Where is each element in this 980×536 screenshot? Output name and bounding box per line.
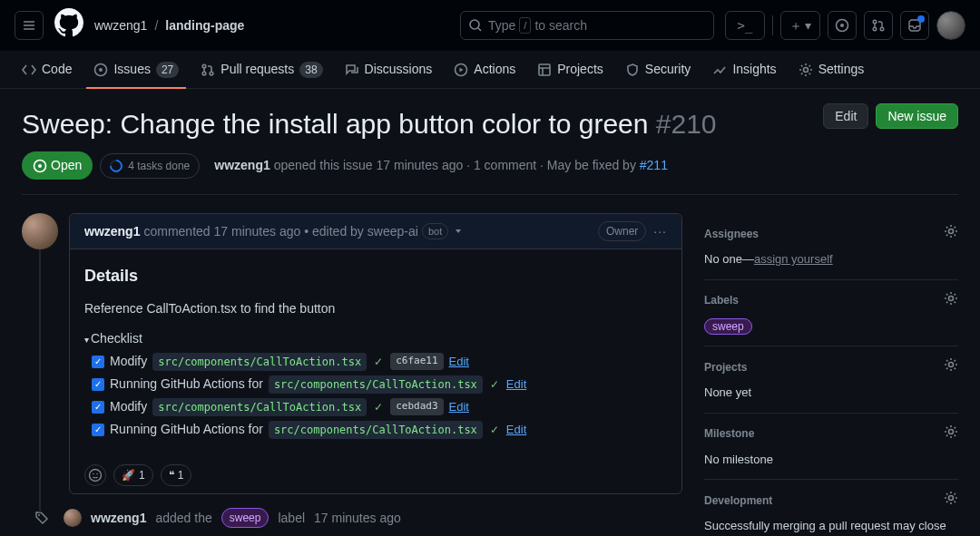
svg-point-16 bbox=[90, 470, 102, 482]
github-logo[interactable] bbox=[54, 8, 83, 43]
maybe-fixed-text: May be fixed by bbox=[547, 158, 636, 172]
development-gear-button[interactable] bbox=[944, 491, 958, 510]
pull-requests-quick-button[interactable] bbox=[864, 11, 893, 40]
checklist: ✓Modifysrc/components/CallToAction.tsx✓c… bbox=[84, 352, 667, 439]
svg-point-19 bbox=[38, 514, 40, 516]
svg-point-3 bbox=[873, 20, 877, 24]
hamburger-menu[interactable] bbox=[15, 11, 44, 40]
tab-pull-requests[interactable]: Pull requests 38 bbox=[193, 51, 329, 88]
edit-link[interactable]: Edit bbox=[449, 398, 469, 416]
svg-point-21 bbox=[949, 296, 954, 300]
edit-link[interactable]: Edit bbox=[506, 421, 526, 439]
projects-gear-button[interactable] bbox=[944, 357, 958, 376]
bot-badge: bot bbox=[422, 223, 448, 240]
tag-icon bbox=[29, 505, 54, 531]
file-path-tag: src/components/CallToAction.tsx bbox=[152, 398, 367, 416]
tab-issues[interactable]: Issues 27 bbox=[86, 51, 186, 88]
global-header: wwzeng1 / landing-page Type / to search … bbox=[0, 0, 980, 51]
new-issue-button[interactable]: New issue bbox=[876, 103, 958, 129]
commit-hash[interactable]: c6fae11 bbox=[390, 353, 443, 370]
checklist-item: ✓Modifysrc/components/CallToAction.tsx✓c… bbox=[92, 397, 667, 416]
svg-point-13 bbox=[803, 67, 808, 72]
svg-point-9 bbox=[202, 72, 206, 75]
assign-yourself-link[interactable]: assign yourself bbox=[754, 252, 833, 266]
tab-insights[interactable]: Insights bbox=[705, 51, 783, 88]
check-icon: ✓ bbox=[374, 354, 383, 370]
shield-icon bbox=[625, 63, 640, 77]
checklist-label: Running GitHub Actions for bbox=[110, 375, 263, 394]
issue-author[interactable]: wwzeng1 bbox=[214, 158, 270, 172]
tab-security[interactable]: Security bbox=[618, 51, 699, 88]
code-icon bbox=[22, 63, 36, 77]
issues-quick-button[interactable] bbox=[828, 11, 857, 40]
edit-link[interactable]: Edit bbox=[506, 375, 526, 394]
issue-comments-count: 1 comment bbox=[474, 158, 536, 172]
sidebar-projects-heading: Projects bbox=[704, 359, 747, 375]
file-path-tag: src/components/CallToAction.tsx bbox=[269, 375, 483, 394]
event-author[interactable]: wwzeng1 bbox=[91, 509, 146, 528]
comment-menu-button[interactable]: ··· bbox=[653, 222, 667, 241]
reaction-rocket[interactable]: 🚀 1 bbox=[113, 464, 153, 486]
timeline-event-label-added: wwzeng1 added the sweep label 17 minutes… bbox=[22, 494, 682, 531]
user-avatar[interactable] bbox=[936, 11, 965, 40]
breadcrumb-owner[interactable]: wwzeng1 bbox=[94, 16, 147, 35]
git-pull-request-icon bbox=[871, 18, 886, 33]
breadcrumb-repo[interactable]: landing-page bbox=[165, 16, 244, 35]
details-heading: Details bbox=[84, 264, 667, 288]
event-avatar[interactable] bbox=[64, 509, 82, 527]
sidebar-development-heading: Development bbox=[704, 492, 772, 509]
linked-pr-link[interactable]: #211 bbox=[640, 158, 668, 172]
notifications-button[interactable] bbox=[900, 11, 929, 40]
checkbox-checked-icon[interactable]: ✓ bbox=[92, 401, 104, 414]
sidebar-assignees-heading: Assignees bbox=[704, 226, 759, 242]
projects-empty-text: None yet bbox=[704, 384, 958, 402]
smiley-icon bbox=[88, 468, 103, 482]
comment-body-text: Reference CallToAction.tsx to find the b… bbox=[84, 299, 667, 318]
issue-title: Sweep: Change the install app button col… bbox=[22, 103, 717, 144]
checkbox-checked-icon[interactable]: ✓ bbox=[92, 378, 104, 391]
checkbox-checked-icon[interactable]: ✓ bbox=[92, 424, 104, 436]
tab-projects[interactable]: Projects bbox=[530, 51, 611, 88]
checkbox-checked-icon[interactable]: ✓ bbox=[92, 356, 104, 368]
comment-editor: sweep-ai bbox=[368, 222, 418, 241]
svg-point-8 bbox=[202, 64, 206, 68]
tab-code[interactable]: Code bbox=[15, 51, 79, 88]
milestone-gear-button[interactable] bbox=[944, 424, 958, 443]
tab-code-label: Code bbox=[42, 60, 72, 79]
reaction-quote[interactable]: ❝ 1 bbox=[161, 464, 192, 486]
issue-open-icon bbox=[33, 159, 47, 173]
check-icon: ✓ bbox=[490, 422, 499, 438]
tab-issues-label: Issues bbox=[113, 60, 150, 79]
command-palette-button[interactable]: >_ bbox=[725, 11, 765, 40]
tasks-progress-pill[interactable]: 4 tasks done bbox=[100, 153, 200, 179]
caret-down-icon[interactable] bbox=[456, 229, 461, 233]
svg-point-24 bbox=[949, 496, 954, 501]
search-input[interactable]: Type / to search bbox=[460, 11, 714, 40]
svg-point-20 bbox=[949, 229, 954, 234]
tab-projects-label: Projects bbox=[557, 60, 603, 79]
commit-hash[interactable]: cebdad3 bbox=[390, 398, 443, 415]
create-new-button[interactable]: ＋ ▾ bbox=[780, 11, 820, 40]
tab-actions[interactable]: Actions bbox=[446, 51, 523, 88]
gear-icon bbox=[799, 63, 813, 77]
assignees-empty-text: No one— bbox=[704, 252, 754, 266]
issues-count: 27 bbox=[156, 62, 179, 78]
prs-count: 38 bbox=[299, 62, 322, 78]
checklist-title[interactable]: Checklist bbox=[84, 329, 667, 348]
tab-discussions[interactable]: Discussions bbox=[338, 51, 440, 88]
tab-settings[interactable]: Settings bbox=[791, 51, 872, 88]
event-label[interactable]: sweep bbox=[221, 508, 270, 528]
assignees-gear-button[interactable] bbox=[944, 224, 958, 243]
comment-author[interactable]: wwzeng1 bbox=[84, 222, 140, 241]
svg-point-15 bbox=[38, 164, 42, 168]
edit-link[interactable]: Edit bbox=[449, 353, 469, 371]
checklist-item: ✓Running GitHub Actions forsrc/component… bbox=[92, 420, 667, 439]
add-reaction-button[interactable] bbox=[84, 464, 106, 486]
edit-issue-button[interactable]: Edit bbox=[823, 103, 868, 129]
issue-state-text: Open bbox=[51, 156, 82, 175]
labels-gear-button[interactable] bbox=[944, 291, 958, 310]
tasks-text: 4 tasks done bbox=[128, 158, 190, 174]
commenter-avatar[interactable] bbox=[22, 213, 58, 249]
dot-circle-icon bbox=[835, 18, 849, 33]
sidebar-label-sweep[interactable]: sweep bbox=[704, 318, 752, 335]
